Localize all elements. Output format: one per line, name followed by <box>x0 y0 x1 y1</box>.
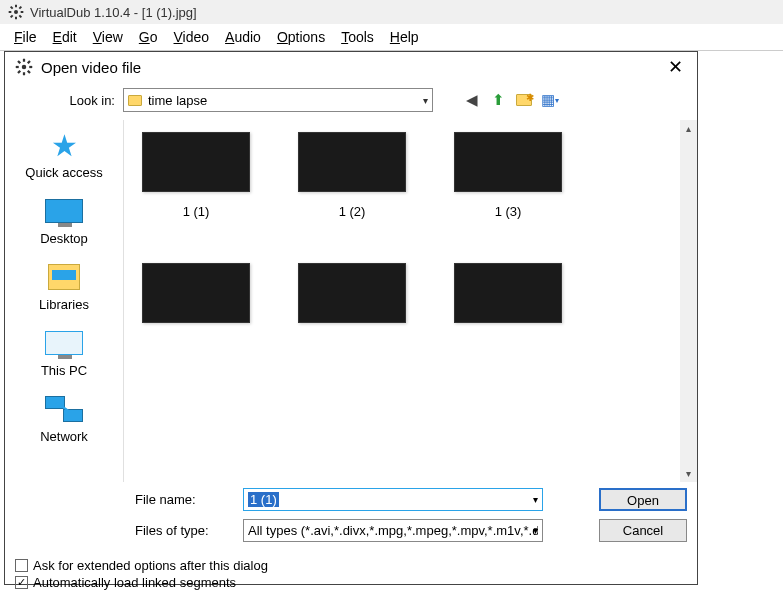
lookin-combo[interactable]: time lapse ▾ <box>123 88 433 112</box>
filetype-combo[interactable]: All types (*.avi,*.divx,*.mpg,*.mpeg,*.m… <box>243 519 543 542</box>
checkbox-label: Automatically load linked segments <box>33 575 236 590</box>
checkbox-extended-options[interactable]: Ask for extended options after this dial… <box>15 558 687 573</box>
svg-line-5 <box>11 7 13 9</box>
menu-go[interactable]: Go <box>131 26 166 48</box>
thumbnail <box>142 263 250 323</box>
folder-icon <box>128 95 142 106</box>
svg-line-7 <box>11 15 13 17</box>
place-label: Desktop <box>40 231 88 246</box>
pc-icon <box>45 331 83 355</box>
thumbnail <box>298 263 406 323</box>
place-desktop[interactable]: Desktop <box>40 194 88 246</box>
checkbox-label: Ask for extended options after this dial… <box>33 558 268 573</box>
cancel-button[interactable]: Cancel <box>599 519 687 542</box>
menubar: File Edit View Go Video Audio Options To… <box>0 24 783 51</box>
thumbnail <box>454 263 562 323</box>
places-bar: ★ Quick access Desktop Libraries This PC… <box>5 120 123 482</box>
filetype-value: All types (*.avi,*.divx,*.mpg,*.mpeg,*.m… <box>248 523 538 538</box>
svg-line-6 <box>19 15 21 17</box>
monitor-icon <box>45 199 83 223</box>
svg-line-8 <box>19 7 21 9</box>
thumbnail <box>298 132 406 192</box>
place-label: This PC <box>41 363 87 378</box>
back-icon[interactable]: ◀ <box>463 91 481 109</box>
menu-edit[interactable]: Edit <box>45 26 85 48</box>
file-item[interactable]: 1 (2) <box>298 132 406 219</box>
menu-help[interactable]: Help <box>382 26 427 48</box>
file-name: 1 (2) <box>339 204 366 219</box>
app-icon <box>8 4 24 20</box>
libraries-icon <box>48 264 80 290</box>
checkbox-box: ✓ <box>15 576 28 589</box>
filetype-label: Files of type: <box>135 523 235 538</box>
place-this-pc[interactable]: This PC <box>41 326 87 378</box>
menu-audio[interactable]: Audio <box>217 26 269 48</box>
views-icon[interactable]: ▦▾ <box>541 91 559 109</box>
file-item[interactable]: 1 (3) <box>454 132 562 219</box>
filename-value: 1 (1) <box>248 492 279 507</box>
menu-options[interactable]: Options <box>269 26 333 48</box>
svg-point-0 <box>14 10 18 14</box>
scroll-down-icon[interactable]: ▾ <box>680 465 697 482</box>
scrollbar[interactable]: ▴ ▾ <box>680 120 697 482</box>
chevron-down-icon: ▾ <box>423 95 428 106</box>
file-list[interactable]: 1 (1) 1 (2) 1 (3) ▴ ▾ <box>123 120 697 482</box>
file-item[interactable] <box>454 263 562 335</box>
app-title: VirtualDub 1.10.4 - [1 (1).jpg] <box>30 5 197 20</box>
menu-video[interactable]: Video <box>166 26 218 48</box>
open-file-dialog: Open video file ✕ Look in: time lapse ▾ … <box>4 51 698 585</box>
lookin-value: time lapse <box>148 93 207 108</box>
chevron-down-icon: ▾ <box>533 494 538 505</box>
checkbox-auto-load-segments[interactable]: ✓ Automatically load linked segments <box>15 575 687 590</box>
place-label: Libraries <box>39 297 89 312</box>
svg-line-17 <box>28 61 30 63</box>
close-icon[interactable]: ✕ <box>664 56 687 78</box>
titlebar: VirtualDub 1.10.4 - [1 (1).jpg] <box>0 0 783 24</box>
menu-tools[interactable]: Tools <box>333 26 382 48</box>
filename-input[interactable]: 1 (1) ▾ <box>243 488 543 511</box>
svg-line-15 <box>28 71 30 73</box>
menu-view[interactable]: View <box>85 26 131 48</box>
up-icon[interactable]: ⬆ <box>489 91 507 109</box>
svg-line-14 <box>18 61 20 63</box>
chevron-down-icon: ▾ <box>533 525 538 536</box>
filename-label: File name: <box>135 492 235 507</box>
svg-point-9 <box>22 65 27 70</box>
lookin-label: Look in: <box>15 93 115 108</box>
place-quick-access[interactable]: ★ Quick access <box>25 128 102 180</box>
open-button[interactable]: Open <box>599 488 687 511</box>
place-network[interactable]: Network <box>40 392 88 444</box>
network-icon <box>45 396 83 422</box>
dialog-title: Open video file <box>41 59 141 76</box>
place-libraries[interactable]: Libraries <box>39 260 89 312</box>
menu-file[interactable]: File <box>6 26 45 48</box>
file-name: 1 (3) <box>495 204 522 219</box>
file-name: 1 (1) <box>183 204 210 219</box>
dialog-titlebar: Open video file ✕ <box>5 52 697 84</box>
star-icon: ★ <box>51 128 78 163</box>
file-item[interactable] <box>142 263 250 335</box>
file-item[interactable] <box>298 263 406 335</box>
checkbox-box <box>15 559 28 572</box>
place-label: Quick access <box>25 165 102 180</box>
svg-line-16 <box>18 71 20 73</box>
thumbnail <box>142 132 250 192</box>
new-folder-icon[interactable]: ✱ <box>515 91 533 109</box>
dialog-icon <box>15 58 33 76</box>
file-item[interactable]: 1 (1) <box>142 132 250 219</box>
place-label: Network <box>40 429 88 444</box>
scroll-up-icon[interactable]: ▴ <box>680 120 697 137</box>
thumbnail <box>454 132 562 192</box>
